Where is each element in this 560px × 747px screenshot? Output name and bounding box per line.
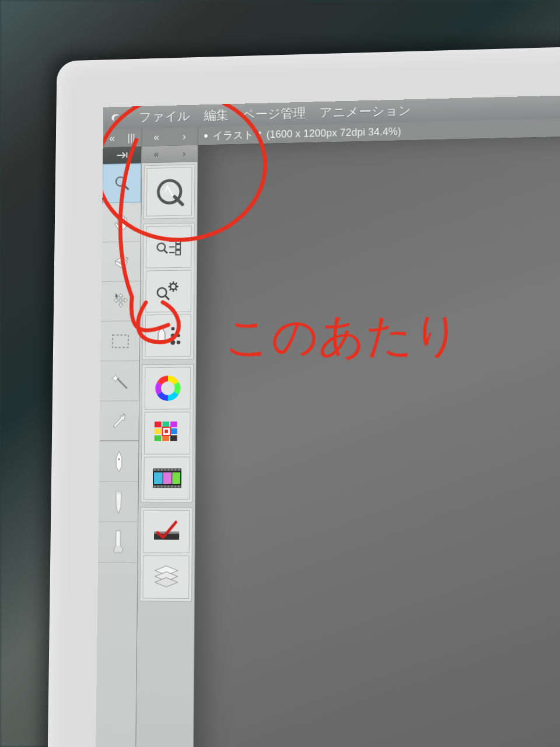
brush-tool[interactable] xyxy=(98,522,138,563)
move-tool[interactable] xyxy=(101,281,140,322)
panel-next-icon[interactable]: › xyxy=(183,148,186,158)
svg-point-29 xyxy=(177,334,180,337)
svg-rect-10 xyxy=(176,239,180,243)
svg-rect-34 xyxy=(162,421,169,427)
panel-prev-icon[interactable]: « xyxy=(153,149,159,159)
svg-rect-46 xyxy=(154,469,156,470)
svg-rect-59 xyxy=(171,486,173,487)
document-dirty-asterisk: * xyxy=(258,129,262,141)
document-name: イラスト xyxy=(212,128,253,142)
svg-rect-63 xyxy=(163,472,172,484)
svg-rect-44 xyxy=(153,468,181,471)
pen-tool[interactable] xyxy=(99,441,139,481)
panel-nav: « › xyxy=(142,145,197,163)
svg-rect-61 xyxy=(177,486,179,487)
svg-rect-38 xyxy=(154,435,161,441)
svg-line-8 xyxy=(164,250,167,253)
color-wheel-panel[interactable] xyxy=(145,367,191,410)
svg-rect-35 xyxy=(170,421,177,427)
svg-rect-36 xyxy=(154,428,161,434)
svg-point-26 xyxy=(171,327,174,330)
collapse-left-icon[interactable]: « xyxy=(109,132,115,144)
svg-rect-54 xyxy=(153,486,155,487)
layer-panel[interactable] xyxy=(142,555,189,599)
svg-point-15 xyxy=(157,288,166,297)
svg-rect-45 xyxy=(152,485,181,488)
svg-rect-33 xyxy=(154,421,161,427)
svg-point-28 xyxy=(170,333,174,337)
svg-rect-39 xyxy=(162,435,169,441)
svg-rect-40 xyxy=(170,435,177,441)
auto-action-panel[interactable] xyxy=(143,510,190,553)
magic-wand-tool[interactable] xyxy=(100,361,139,402)
timeline-panel[interactable] xyxy=(144,457,190,500)
svg-rect-50 xyxy=(167,469,169,470)
menu-edit[interactable]: 編集 xyxy=(204,107,229,124)
eyedropper-tool[interactable] xyxy=(100,401,139,441)
workspace: « › xyxy=(96,136,560,747)
subtool-panel[interactable] xyxy=(146,226,192,268)
menu-file[interactable]: ファイル xyxy=(139,108,190,126)
tab-next-icon[interactable]: › xyxy=(183,131,186,142)
svg-line-16 xyxy=(165,296,169,300)
app-logo-icon[interactable] xyxy=(107,110,126,125)
svg-line-24 xyxy=(169,289,170,290)
panel-dock: « › xyxy=(136,145,198,747)
document-info: (1600 x 1200px 72dpi 34.4%) xyxy=(267,125,401,141)
svg-line-23 xyxy=(176,289,177,290)
pencil-tool[interactable] xyxy=(99,481,138,522)
tool-palette-header[interactable] xyxy=(103,146,141,164)
svg-rect-12 xyxy=(176,245,180,249)
rotate-view-tool[interactable] xyxy=(102,242,141,282)
svg-rect-0 xyxy=(126,152,127,158)
svg-rect-48 xyxy=(160,469,162,470)
svg-rect-56 xyxy=(160,486,162,487)
svg-rect-62 xyxy=(153,472,162,484)
hand-tool[interactable] xyxy=(102,203,141,243)
svg-rect-42 xyxy=(164,430,168,433)
svg-rect-51 xyxy=(171,469,173,470)
svg-point-17 xyxy=(170,284,176,289)
menu-page[interactable]: ページ管理 xyxy=(242,105,306,124)
svg-rect-47 xyxy=(158,469,159,470)
svg-point-31 xyxy=(176,340,180,344)
svg-rect-57 xyxy=(164,486,166,487)
tool-palette xyxy=(96,146,142,747)
svg-rect-52 xyxy=(174,469,176,470)
svg-rect-14 xyxy=(176,250,180,255)
app-window: ファイル 編集 ページ管理 アニメーション « ||| « › • イラスト *… xyxy=(96,95,560,747)
brush-size-panel[interactable] xyxy=(145,314,191,357)
drag-handle-icon[interactable]: ||| xyxy=(127,132,135,144)
svg-rect-53 xyxy=(178,469,180,470)
svg-line-2 xyxy=(124,185,128,190)
svg-rect-3 xyxy=(112,334,128,347)
tool-property-panel[interactable] xyxy=(145,270,191,312)
zoom-tool[interactable] xyxy=(102,163,141,204)
svg-rect-49 xyxy=(164,469,166,470)
svg-rect-60 xyxy=(174,486,176,487)
svg-line-22 xyxy=(169,283,170,284)
svg-line-25 xyxy=(176,283,177,284)
menu-animation[interactable]: アニメーション xyxy=(320,102,412,121)
svg-point-30 xyxy=(170,340,175,345)
svg-rect-58 xyxy=(167,486,169,487)
svg-line-4 xyxy=(117,379,127,388)
svg-rect-37 xyxy=(170,428,177,434)
tab-nav: « › xyxy=(142,127,198,146)
quick-access-panel[interactable] xyxy=(146,167,192,216)
svg-rect-64 xyxy=(172,472,180,484)
svg-point-27 xyxy=(177,327,180,330)
unsaved-indicator-icon: • xyxy=(204,128,208,143)
svg-rect-55 xyxy=(157,486,159,487)
canvas-area[interactable] xyxy=(194,136,560,747)
toolbar-collapse-area[interactable]: « ||| xyxy=(103,128,142,147)
color-set-panel[interactable] xyxy=(144,411,191,454)
marquee-tool[interactable] xyxy=(100,321,139,361)
tab-prev-icon[interactable]: « xyxy=(153,131,159,143)
